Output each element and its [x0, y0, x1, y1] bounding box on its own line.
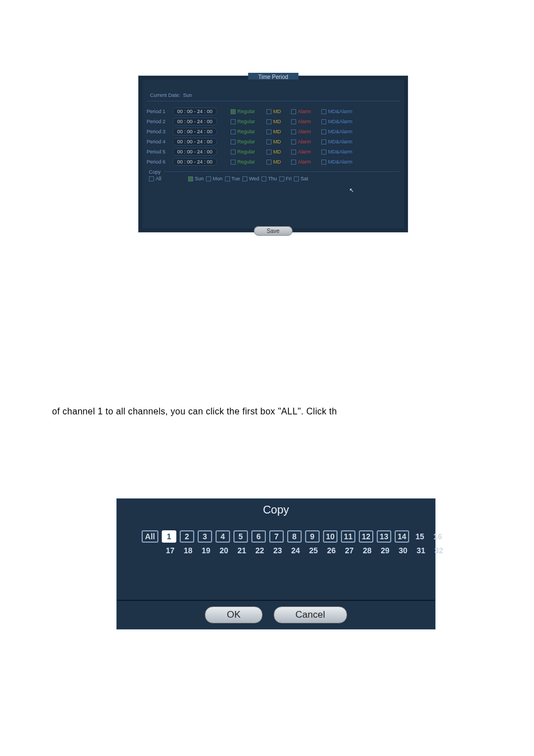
cursor-icon: ↖ — [349, 187, 354, 193]
regular-checkbox[interactable]: Regular — [231, 139, 264, 144]
all-checkbox[interactable]: All — [149, 176, 161, 181]
period-row: Period 1 00 : 00 - 24 : 00 Regular MD Al… — [147, 106, 400, 116]
time-range-input[interactable]: 00 : 00 - 24 : 00 — [172, 128, 217, 136]
channel-2-button[interactable]: 2 — [180, 530, 194, 543]
channel-10-button[interactable]: 10 — [323, 530, 338, 543]
day-wed-checkbox[interactable]: Wed — [242, 176, 259, 181]
period-label: Period 4 — [147, 139, 170, 144]
channel-1-button[interactable]: 1 — [162, 530, 176, 543]
regular-checkbox[interactable]: Regular — [231, 119, 264, 124]
periods-table: Period 1 00 : 00 - 24 : 00 Regular MD Al… — [147, 106, 400, 167]
channel-27-button[interactable]: 27 — [342, 546, 357, 555]
dialog-button-bar: OK Cancel — [117, 600, 435, 629]
channel-16-button[interactable]: 16 — [430, 530, 445, 543]
document-text: of channel 1 to all channels, you can cl… — [52, 407, 337, 417]
channel-20-button[interactable]: 20 — [217, 546, 231, 555]
mdalarm-checkbox[interactable]: MD&Alarm — [321, 109, 355, 114]
mdalarm-checkbox[interactable]: MD&Alarm — [321, 139, 355, 144]
channel-32-button[interactable]: 32 — [432, 546, 446, 555]
channel-13-button[interactable]: 13 — [377, 530, 391, 543]
divider — [147, 101, 400, 101]
channel-6-button[interactable]: 6 — [251, 530, 266, 543]
day-mon-checkbox[interactable]: Mon — [206, 176, 223, 181]
day-sat-checkbox[interactable]: Sat — [294, 176, 308, 181]
regular-checkbox[interactable]: Regular — [231, 109, 264, 114]
copy-section-label: Copy — [149, 169, 161, 175]
ok-button[interactable]: OK — [205, 606, 263, 623]
mdalarm-checkbox[interactable]: MD&Alarm — [321, 119, 355, 124]
current-date-label: Current Date: Sun — [150, 92, 192, 98]
channel-18-button[interactable]: 18 — [181, 546, 195, 555]
mdalarm-checkbox[interactable]: MD&Alarm — [321, 129, 355, 134]
alarm-checkbox[interactable]: Alarm — [291, 139, 319, 144]
period-label: Period 5 — [147, 149, 170, 155]
channel-24-button[interactable]: 24 — [288, 546, 303, 555]
md-checkbox[interactable]: MD — [266, 109, 289, 114]
period-label: Period 1 — [147, 109, 170, 114]
channel-21-button[interactable]: 21 — [235, 546, 249, 555]
regular-checkbox[interactable]: Regular — [231, 159, 264, 165]
channel-23-button[interactable]: 23 — [270, 546, 285, 555]
channel-17-button[interactable]: 17 — [163, 546, 177, 555]
channel-12-button[interactable]: 12 — [359, 530, 373, 543]
md-checkbox[interactable]: MD — [266, 149, 289, 155]
copy-dialog: Copy All 1 2 3 4 5 6 7 8 9 10 11 12 13 1… — [116, 498, 435, 629]
channel-30-button[interactable]: 30 — [396, 546, 410, 555]
mdalarm-checkbox[interactable]: MD&Alarm — [321, 149, 355, 155]
md-checkbox[interactable]: MD — [266, 159, 289, 165]
time-period-dialog: Time Period Current Date: Sun Period 1 0… — [138, 76, 408, 232]
time-range-input[interactable]: 00 : 00 - 24 : 00 — [172, 158, 217, 166]
channel-29-button[interactable]: 29 — [378, 546, 392, 555]
alarm-checkbox[interactable]: Alarm — [291, 109, 319, 114]
channel-19-button[interactable]: 19 — [199, 546, 213, 555]
md-checkbox[interactable]: MD — [266, 129, 289, 134]
md-checkbox[interactable]: MD — [266, 119, 289, 124]
period-row: Period 5 00 : 00 - 24 : 00 Regular MD Al… — [147, 147, 400, 157]
day-tue-checkbox[interactable]: Tue — [225, 176, 240, 181]
channel-8-button[interactable]: 8 — [287, 530, 302, 543]
channel-26-button[interactable]: 26 — [324, 546, 339, 555]
dialog-title: Copy — [263, 503, 289, 516]
save-button[interactable]: Save — [254, 226, 293, 236]
copy-days-row: All Sun Mon Tue Wed Thu Fri Sat — [149, 176, 308, 181]
channel-14-button[interactable]: 14 — [395, 530, 409, 543]
channel-3-button[interactable]: 3 — [198, 530, 212, 543]
period-row: Period 2 00 : 00 - 24 : 00 Regular MD Al… — [147, 116, 400, 127]
md-checkbox[interactable]: MD — [266, 139, 289, 144]
alarm-checkbox[interactable]: Alarm — [291, 119, 319, 124]
period-row: Period 4 00 : 00 - 24 : 00 Regular MD Al… — [147, 137, 400, 147]
channel-15-button[interactable]: 15 — [413, 530, 427, 543]
day-thu-checkbox[interactable]: Thu — [261, 176, 277, 181]
channel-4-button[interactable]: 4 — [216, 530, 230, 543]
regular-checkbox[interactable]: Regular — [231, 129, 264, 134]
cancel-button[interactable]: Cancel — [274, 606, 347, 623]
time-range-input[interactable]: 00 : 00 - 24 : 00 — [172, 108, 217, 115]
channel-28-button[interactable]: 28 — [360, 546, 374, 555]
alarm-checkbox[interactable]: Alarm — [291, 129, 319, 134]
regular-checkbox[interactable]: Regular — [231, 149, 264, 155]
time-range-input[interactable]: 00 : 00 - 24 : 00 — [172, 118, 217, 125]
period-row: Period 3 00 : 00 - 24 : 00 Regular MD Al… — [147, 127, 400, 137]
channel-row-1: All 1 2 3 4 5 6 7 8 9 10 11 12 13 14 15 … — [142, 530, 445, 543]
day-fri-checkbox[interactable]: Fri — [279, 176, 292, 181]
channel-11-button[interactable]: 11 — [341, 530, 355, 543]
channel-25-button[interactable]: 25 — [306, 546, 321, 555]
channel-all-button[interactable]: All — [142, 530, 158, 543]
channel-7-button[interactable]: 7 — [269, 530, 284, 543]
period-label: Period 3 — [147, 129, 170, 134]
channel-31-button[interactable]: 31 — [414, 546, 428, 555]
period-label: Period 6 — [147, 159, 170, 165]
alarm-checkbox[interactable]: Alarm — [291, 159, 319, 165]
channel-22-button[interactable]: 22 — [252, 546, 267, 555]
time-range-input[interactable]: 00 : 00 - 24 : 00 — [172, 138, 217, 146]
day-sun-checkbox[interactable]: Sun — [188, 176, 204, 181]
channel-9-button[interactable]: 9 — [305, 530, 320, 543]
divider — [165, 171, 400, 172]
time-range-input[interactable]: 00 : 00 - 24 : 00 — [172, 148, 217, 156]
period-row: Period 6 00 : 00 - 24 : 00 Regular MD Al… — [147, 157, 400, 167]
dialog-body: Current Date: Sun Period 1 00 : 00 - 24 … — [142, 80, 404, 228]
period-label: Period 2 — [147, 119, 170, 124]
channel-5-button[interactable]: 5 — [233, 530, 248, 543]
alarm-checkbox[interactable]: Alarm — [291, 149, 319, 155]
mdalarm-checkbox[interactable]: MD&Alarm — [321, 159, 355, 165]
